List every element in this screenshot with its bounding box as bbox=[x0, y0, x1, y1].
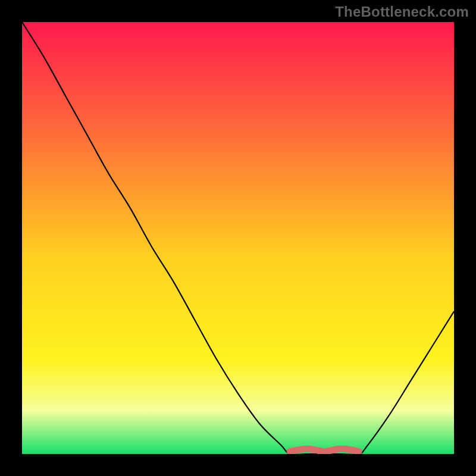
curve-layer bbox=[22, 22, 454, 454]
watermark-text: TheBottleneck.com bbox=[335, 4, 469, 20]
bottleneck-curve bbox=[22, 22, 454, 454]
highlight-segment bbox=[290, 449, 359, 451]
chart-frame: TheBottleneck.com bbox=[0, 0, 476, 476]
plot-area bbox=[22, 22, 454, 454]
